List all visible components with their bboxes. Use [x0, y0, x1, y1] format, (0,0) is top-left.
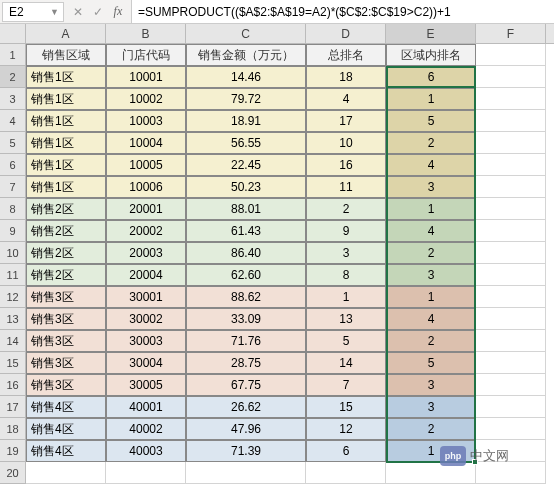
cancel-icon[interactable]: ✕: [69, 3, 87, 21]
cell-F1[interactable]: [476, 44, 546, 66]
cell-rrank[interactable]: 5: [386, 352, 476, 374]
cell-amount[interactable]: 71.39: [186, 440, 306, 462]
cell-empty[interactable]: [476, 418, 546, 440]
row-header-17[interactable]: 17: [0, 396, 26, 418]
cell-region[interactable]: 销售1区: [26, 132, 106, 154]
cell-region[interactable]: 销售4区: [26, 418, 106, 440]
cell-code[interactable]: 30004: [106, 352, 186, 374]
header-cell-code[interactable]: 门店代码: [106, 44, 186, 66]
cell-code[interactable]: 10003: [106, 110, 186, 132]
row-header-7[interactable]: 7: [0, 176, 26, 198]
cell-rank[interactable]: 13: [306, 308, 386, 330]
cell-amount[interactable]: 50.23: [186, 176, 306, 198]
cell-amount[interactable]: 26.62: [186, 396, 306, 418]
cell-amount[interactable]: 18.91: [186, 110, 306, 132]
cell-rank[interactable]: 10: [306, 132, 386, 154]
cell-rank[interactable]: 3: [306, 242, 386, 264]
cell-rrank[interactable]: 5: [386, 110, 476, 132]
cell-rrank[interactable]: 6: [386, 66, 476, 88]
cell-region[interactable]: 销售1区: [26, 176, 106, 198]
cell-amount[interactable]: 86.40: [186, 242, 306, 264]
cell-empty[interactable]: [476, 374, 546, 396]
row-header-13[interactable]: 13: [0, 308, 26, 330]
cell-empty[interactable]: [476, 242, 546, 264]
cell-empty[interactable]: [476, 352, 546, 374]
cell-code[interactable]: 10002: [106, 88, 186, 110]
row-header-10[interactable]: 10: [0, 242, 26, 264]
cell-region[interactable]: 销售1区: [26, 154, 106, 176]
cell-region[interactable]: 销售2区: [26, 198, 106, 220]
cell-empty[interactable]: [476, 308, 546, 330]
cell-rrank[interactable]: 3: [386, 374, 476, 396]
cell-amount[interactable]: 33.09: [186, 308, 306, 330]
cell-rrank[interactable]: 1: [386, 286, 476, 308]
row-header-15[interactable]: 15: [0, 352, 26, 374]
header-cell-rank[interactable]: 总排名: [306, 44, 386, 66]
formula-input[interactable]: =SUMPRODUCT(($A$2:$A$19=A2)*($C$2:$C$19>…: [131, 0, 554, 23]
col-header-A[interactable]: A: [26, 24, 106, 43]
fx-icon[interactable]: fx: [109, 3, 127, 21]
name-box-dropdown-icon[interactable]: ▼: [50, 7, 59, 17]
cell-rank[interactable]: 7: [306, 374, 386, 396]
cell-rank[interactable]: 11: [306, 176, 386, 198]
row-header-18[interactable]: 18: [0, 418, 26, 440]
row-header-14[interactable]: 14: [0, 330, 26, 352]
cell-region[interactable]: 销售3区: [26, 330, 106, 352]
cell-rank[interactable]: 14: [306, 352, 386, 374]
cell-code[interactable]: 20001: [106, 198, 186, 220]
cell-rank[interactable]: 12: [306, 418, 386, 440]
cell-empty[interactable]: [476, 220, 546, 242]
row-header-8[interactable]: 8: [0, 198, 26, 220]
cell-code[interactable]: 30002: [106, 308, 186, 330]
cell-code[interactable]: 30003: [106, 330, 186, 352]
col-header-F[interactable]: F: [476, 24, 546, 43]
cell-code[interactable]: 40001: [106, 396, 186, 418]
cell-rank[interactable]: 15: [306, 396, 386, 418]
cell-rank[interactable]: 2: [306, 198, 386, 220]
cell-rrank[interactable]: 1: [386, 198, 476, 220]
cell-rank[interactable]: 5: [306, 330, 386, 352]
cell-rrank[interactable]: 3: [386, 396, 476, 418]
cell-code[interactable]: 10005: [106, 154, 186, 176]
cell-amount[interactable]: 14.46: [186, 66, 306, 88]
header-cell-region[interactable]: 销售区域: [26, 44, 106, 66]
row-header-6[interactable]: 6: [0, 154, 26, 176]
cell-amount[interactable]: 67.75: [186, 374, 306, 396]
cell-empty[interactable]: [476, 176, 546, 198]
cell-empty[interactable]: [476, 286, 546, 308]
cell-empty[interactable]: [476, 198, 546, 220]
col-header-C[interactable]: C: [186, 24, 306, 43]
col-header-B[interactable]: B: [106, 24, 186, 43]
cell-rank[interactable]: 16: [306, 154, 386, 176]
cell-region[interactable]: 销售4区: [26, 440, 106, 462]
cell-rank[interactable]: 17: [306, 110, 386, 132]
cell-code[interactable]: 20002: [106, 220, 186, 242]
cell-rrank[interactable]: 3: [386, 264, 476, 286]
cell-code[interactable]: 10001: [106, 66, 186, 88]
cell-rrank[interactable]: 4: [386, 154, 476, 176]
cell-region[interactable]: 销售4区: [26, 396, 106, 418]
cell-D20[interactable]: [306, 462, 386, 484]
cell-region[interactable]: 销售1区: [26, 88, 106, 110]
cell-amount[interactable]: 79.72: [186, 88, 306, 110]
confirm-icon[interactable]: ✓: [89, 3, 107, 21]
cell-empty[interactable]: [476, 66, 546, 88]
cell-amount[interactable]: 62.60: [186, 264, 306, 286]
cell-rank[interactable]: 9: [306, 220, 386, 242]
row-header-5[interactable]: 5: [0, 132, 26, 154]
cell-empty[interactable]: [476, 88, 546, 110]
cell-code[interactable]: 40003: [106, 440, 186, 462]
cell-region[interactable]: 销售3区: [26, 374, 106, 396]
cell-amount[interactable]: 28.75: [186, 352, 306, 374]
cell-amount[interactable]: 88.62: [186, 286, 306, 308]
cell-C20[interactable]: [186, 462, 306, 484]
cell-code[interactable]: 30001: [106, 286, 186, 308]
row-header-12[interactable]: 12: [0, 286, 26, 308]
header-cell-rrank[interactable]: 区域内排名: [386, 44, 476, 66]
cell-rank[interactable]: 1: [306, 286, 386, 308]
cell-rrank[interactable]: 4: [386, 220, 476, 242]
cell-empty[interactable]: [476, 396, 546, 418]
cell-region[interactable]: 销售2区: [26, 242, 106, 264]
header-cell-amount[interactable]: 销售金额（万元）: [186, 44, 306, 66]
cell-region[interactable]: 销售2区: [26, 220, 106, 242]
